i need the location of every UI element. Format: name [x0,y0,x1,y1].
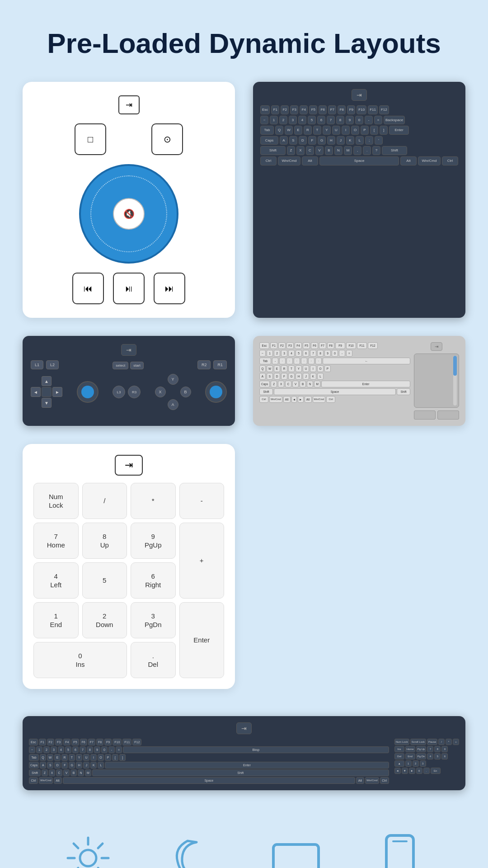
fk-7[interactable]: 7 [80,746,86,753]
fk-alt-l[interactable]: Alt [54,777,62,784]
laptop-caps[interactable]: Caps [259,381,270,387]
laptop-g[interactable]: G [288,373,295,380]
laptop-n2[interactable]: 2 [274,350,280,357]
laptop-f7[interactable]: F7 [319,342,326,349]
fk-f10[interactable]: F10 [113,739,122,745]
y-button[interactable]: Y [168,374,178,385]
laptop-n[interactable]: N [307,381,313,387]
key-tilde[interactable]: ~ [260,116,268,125]
fk-f11[interactable]: F11 [122,739,131,745]
laptop-z[interactable]: Z [271,381,277,387]
fk-3[interactable]: 3 [51,746,57,753]
fk-n4[interactable]: 4 [427,753,433,760]
fk-numpad-div[interactable]: / [438,739,445,745]
fk-r[interactable]: R [61,754,68,761]
laptop-nequals[interactable]: = [346,350,352,357]
key-h[interactable]: H [327,136,335,145]
fk-ctrl-r[interactable]: Ctrl [380,777,389,784]
fk-h[interactable]: H [76,762,82,769]
fk-tab[interactable]: Tab [29,754,39,761]
laptop-n6[interactable]: 6 [303,350,309,357]
key-alt-l[interactable]: Alt [302,156,318,165]
key-m[interactable]: M [344,146,352,155]
numpad-plus[interactable]: + [179,523,225,599]
laptop-f10[interactable]: F10 [346,342,356,349]
key-quote[interactable]: ' [375,136,383,145]
laptop-s[interactable]: S [267,373,273,380]
fk-q[interactable]: Q [40,754,46,761]
fk-tilde[interactable]: ~ [29,746,35,753]
numpad-9[interactable]: 9PgUp [131,523,176,559]
key-2[interactable]: 2 [279,116,287,125]
key-n[interactable]: N [334,146,343,155]
fk-alt-r[interactable]: Alt [356,777,364,784]
fk-f1[interactable]: F1 [39,739,46,745]
playpause-button[interactable]: ⏯ [113,273,145,304]
mute-button[interactable]: 🔇 [113,198,145,230]
fk-n3[interactable]: 3 [420,760,426,767]
r1-button[interactable]: R1 [213,360,227,369]
laptop-nminus[interactable]: - [339,350,345,357]
key-caps[interactable]: Caps [260,136,278,145]
fk-f7[interactable]: F7 [88,739,95,745]
laptop-m[interactable]: M [314,381,320,387]
laptop-o[interactable]: O [317,365,324,372]
fk-b[interactable]: B [70,769,77,776]
dial-wheel[interactable]: 🔇 [79,164,178,264]
trackpad-right-click[interactable] [437,410,459,420]
laptop-l[interactable]: L [317,373,324,380]
r2-button[interactable]: R2 [197,360,211,369]
fk-backspace[interactable]: Bksp [123,746,389,753]
fk-numlock[interactable]: Num Lock [394,739,409,745]
laptop-win-r[interactable]: Win/Cmd [313,396,326,403]
laptop-f4[interactable]: F4 [295,342,302,349]
key-bracket-l[interactable]: [ [370,126,378,135]
key-alt-r[interactable]: Alt [400,156,417,165]
fk-i[interactable]: I [90,754,97,761]
key-f12[interactable]: F12 [379,105,389,114]
key-4[interactable]: 4 [298,116,306,125]
laptop-h[interactable]: H [296,373,302,380]
fk-nenter[interactable]: En [431,768,441,774]
laptop-left-arrow[interactable]: ◄ [291,396,297,403]
key-3[interactable]: 3 [289,116,297,125]
fk-v[interactable]: V [63,769,70,776]
fk-caps[interactable]: Caps [29,762,39,769]
laptop-esc[interactable]: Esc [259,342,269,349]
fk-win-r[interactable]: Win/Cmd [365,777,379,784]
key-f5[interactable]: F5 [309,105,317,114]
key-0[interactable]: 0 [355,116,363,125]
fk-o[interactable]: O [98,754,104,761]
key-comma[interactable]: , [353,146,361,155]
key-f4[interactable]: F4 [300,105,308,114]
key-6[interactable]: 6 [317,116,325,125]
key-o[interactable]: O [351,126,359,135]
numpad-0[interactable]: 0Ins [33,642,127,678]
fk-arrright[interactable]: ► [409,768,415,774]
laptop-e[interactable]: E [274,365,280,372]
laptop-f2[interactable]: F2 [278,342,286,349]
right-analog-stick[interactable] [205,381,227,403]
fk-ndot[interactable]: . [423,768,430,774]
laptop-b[interactable]: B [300,381,306,387]
key-k[interactable]: K [346,136,354,145]
fk-shiftl[interactable]: Shift [29,769,41,776]
fk-n9[interactable]: 9 [441,746,448,752]
fk-x[interactable]: X [49,769,55,776]
fk-8[interactable]: 8 [87,746,93,753]
laptop-v[interactable]: V [292,381,299,387]
key-7[interactable]: 7 [327,116,335,125]
key-period[interactable]: . [363,146,371,155]
fk-g[interactable]: G [69,762,75,769]
fk-c[interactable]: C [56,769,62,776]
laptop-t[interactable]: T [288,365,295,372]
laptop-y[interactable]: Y [296,365,302,372]
key-x[interactable]: X [296,146,305,155]
key-w[interactable]: W [285,126,293,135]
laptop-right-arrow[interactable]: ► [298,396,303,403]
numpad-enter[interactable]: Enter [179,602,225,678]
laptop-n1[interactable]: 1 [267,350,273,357]
l2-button[interactable]: L2 [46,360,59,369]
r3-button[interactable]: R3 [128,386,141,398]
key-u[interactable]: U [332,126,340,135]
